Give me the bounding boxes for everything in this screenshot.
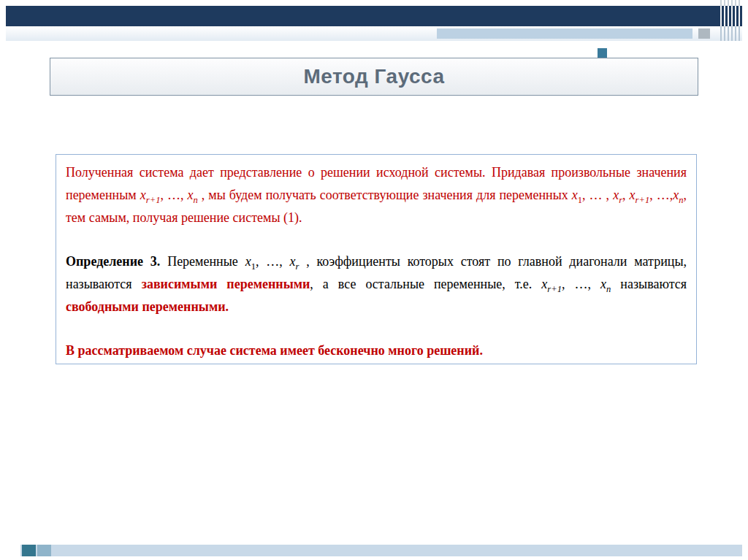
secondary-bar-segment — [437, 28, 692, 39]
slide-title-box: Метод Гаусса — [50, 58, 698, 96]
content-paragraph: Полученная система дает представление о … — [66, 161, 687, 229]
pinstripes-top-margin — [720, 0, 741, 6]
bottom-bar — [20, 545, 742, 556]
content-paragraph: В рассматриваемом случае система имеет б… — [66, 340, 687, 362]
pinstripes-secondary — [720, 26, 741, 41]
pinstripes-decoration — [720, 6, 741, 26]
slide: Метод Гаусса Полученная система дает пре… — [0, 0, 748, 560]
accent-square — [598, 48, 607, 58]
secondary-bar-square — [698, 28, 710, 39]
bottom-square-teal — [22, 545, 36, 556]
content-box: Полученная система дает представление о … — [56, 154, 697, 364]
content-paragraph: Определение 3. Переменные x1, …, xr , ко… — [66, 250, 687, 318]
bottom-square-light — [37, 545, 51, 556]
top-banner — [6, 6, 742, 26]
secondary-bar — [6, 26, 742, 41]
slide-title: Метод Гаусса — [303, 65, 444, 88]
